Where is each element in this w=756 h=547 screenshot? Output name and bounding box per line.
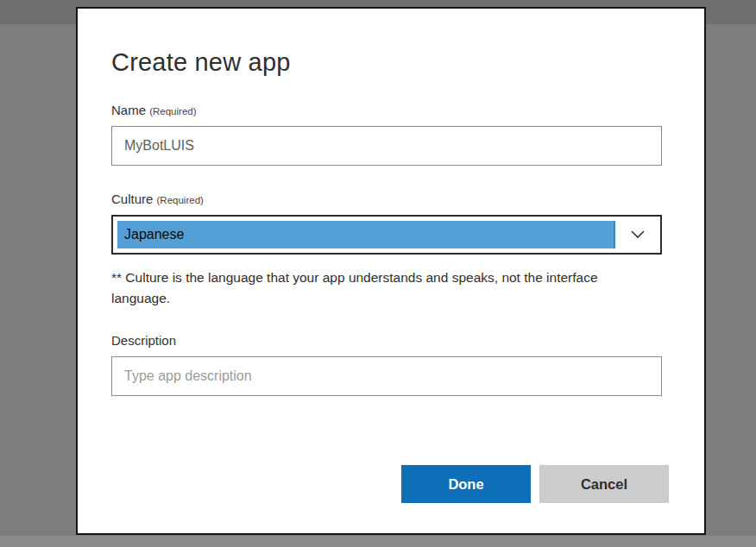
done-button[interactable]: Done (401, 465, 531, 503)
culture-required-hint: (Required) (157, 195, 204, 205)
culture-selected-option[interactable]: Japanese (117, 221, 615, 248)
name-label: Name (Required) (111, 103, 671, 117)
culture-label: Culture (Required) (111, 192, 671, 206)
create-new-app-dialog: Create new app Name (Required) Culture (… (76, 7, 706, 535)
description-label: Description (111, 333, 671, 348)
description-input[interactable] (111, 356, 662, 396)
background-bottom-strip (0, 536, 756, 547)
cancel-button[interactable]: Cancel (539, 465, 669, 503)
culture-label-text: Culture (111, 192, 153, 206)
dialog-actions: Done Cancel (401, 465, 669, 503)
chevron-down-icon[interactable] (615, 230, 660, 239)
name-label-text: Name (111, 103, 146, 117)
description-label-text: Description (111, 333, 176, 348)
dialog-title: Create new app (111, 48, 671, 77)
culture-select[interactable]: Japanese (111, 215, 662, 255)
name-required-hint: (Required) (149, 106, 196, 116)
name-input[interactable] (111, 126, 662, 166)
culture-help-text: ** Culture is the language that your app… (111, 267, 646, 309)
